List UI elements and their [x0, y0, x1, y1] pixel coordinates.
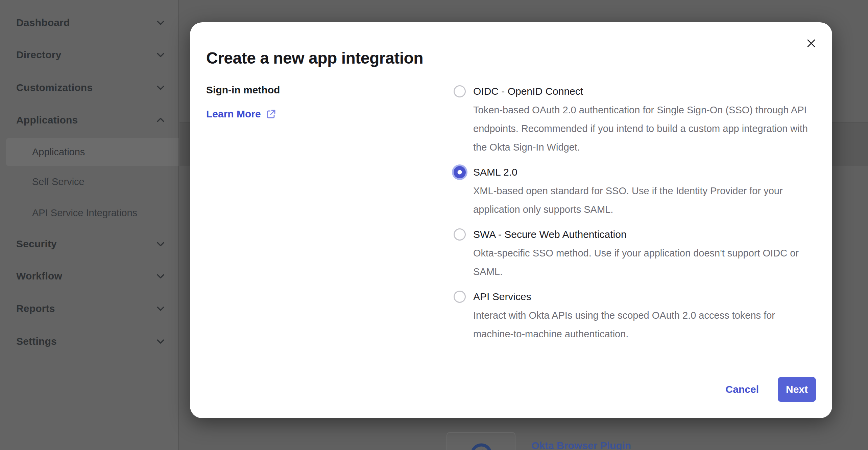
chevron-down-icon [155, 238, 166, 250]
create-app-integration-modal: Create a new app integration Sign-in met… [190, 22, 832, 418]
close-x-glyph [805, 38, 817, 49]
sidebar-item-workflow[interactable]: Workflow [0, 267, 179, 286]
radio-oidc[interactable] [454, 85, 466, 97]
option-oidc-row[interactable]: OIDC - OpenID Connect [454, 84, 815, 99]
option-label: OIDC - OpenID Connect [473, 86, 583, 97]
chevron-down-icon [155, 303, 166, 314]
sidebar-item-label: Applications [16, 114, 78, 126]
sidebar-nav: Dashboard Directory Customizations Appli… [0, 0, 179, 450]
option-api-services-row[interactable]: API Services [454, 289, 815, 304]
sign-in-method-options: OIDC - OpenID Connect Token-based OAuth … [454, 84, 815, 352]
option-swa-row[interactable]: SWA - Secure Web Authentication [454, 227, 815, 242]
option-description: Interact with Okta APIs using the scoped… [473, 306, 813, 343]
learn-more-label: Learn More [206, 108, 261, 120]
radio-saml-selected[interactable] [454, 166, 466, 178]
sidebar-item-label: Security [16, 238, 57, 250]
close-icon[interactable] [804, 36, 819, 51]
sidebar-item-label: Settings [16, 336, 57, 347]
sidebar-item-label: Customizations [16, 82, 93, 93]
option-oidc: OIDC - OpenID Connect Token-based OAuth … [454, 84, 815, 157]
okta-browser-plugin-icon [471, 443, 492, 450]
sidebar-subitem-label: Applications [32, 147, 85, 158]
sidebar-item-label: Directory [16, 49, 62, 61]
sidebar-subitem-applications[interactable]: Applications [0, 142, 179, 161]
learn-more-link[interactable]: Learn More [206, 108, 276, 120]
chevron-down-icon [155, 270, 166, 282]
sidebar-item-label: Reports [16, 303, 55, 314]
sidebar-subitem-api-service-integrations[interactable]: API Service Integrations [0, 203, 179, 222]
option-label: SWA - Secure Web Authentication [473, 229, 627, 240]
option-saml: SAML 2.0 XML-based open standard for SSO… [454, 165, 815, 219]
chevron-up-icon [155, 114, 166, 126]
option-description: XML-based open standard for SSO. Use if … [473, 182, 813, 219]
modal-footer: Cancel Next [190, 374, 816, 405]
option-label: API Services [473, 291, 531, 302]
modal-title: Create a new app integration [206, 49, 423, 67]
chevron-down-icon [155, 17, 166, 28]
sidebar-item-dashboard[interactable]: Dashboard [0, 13, 179, 32]
sidebar-item-label: Workflow [16, 270, 62, 282]
okta-browser-plugin-label[interactable]: Okta Browser Plugin [531, 440, 631, 450]
sidebar-subitem-self-service[interactable]: Self Service [0, 172, 179, 191]
option-label: SAML 2.0 [473, 166, 517, 178]
sidebar-item-reports[interactable]: Reports [0, 299, 179, 318]
radio-swa[interactable] [454, 228, 466, 241]
chevron-down-icon [155, 82, 166, 93]
sidebar-subitem-label: Self Service [32, 176, 85, 187]
option-swa: SWA - Secure Web Authentication Okta-spe… [454, 227, 815, 281]
okta-browser-plugin-card [447, 432, 515, 450]
sign-in-method-label: Sign-in method [206, 84, 280, 96]
sidebar-subitem-label: API Service Integrations [32, 207, 137, 219]
option-api-services: API Services Interact with Okta APIs usi… [454, 289, 815, 343]
sidebar-item-directory[interactable]: Directory [0, 45, 179, 64]
sidebar-item-customizations[interactable]: Customizations [0, 78, 179, 97]
okta-admin-screen: Dashboard Directory Customizations Appli… [0, 0, 868, 450]
sidebar-item-label: Dashboard [16, 17, 70, 28]
sidebar-item-applications[interactable]: Applications [0, 111, 179, 130]
next-button[interactable]: Next [778, 377, 816, 402]
external-link-icon [266, 109, 276, 119]
sidebar-item-settings[interactable]: Settings [0, 332, 179, 351]
radio-api-services[interactable] [454, 291, 466, 303]
chevron-down-icon [155, 49, 166, 61]
sidebar-item-security[interactable]: Security [0, 234, 179, 253]
option-description: Okta-specific SSO method. Use if your ap… [473, 244, 813, 281]
option-description: Token-based OAuth 2.0 authentication for… [473, 101, 813, 157]
cancel-button[interactable]: Cancel [726, 384, 759, 395]
option-saml-row[interactable]: SAML 2.0 [454, 165, 815, 180]
chevron-down-icon [155, 336, 166, 347]
